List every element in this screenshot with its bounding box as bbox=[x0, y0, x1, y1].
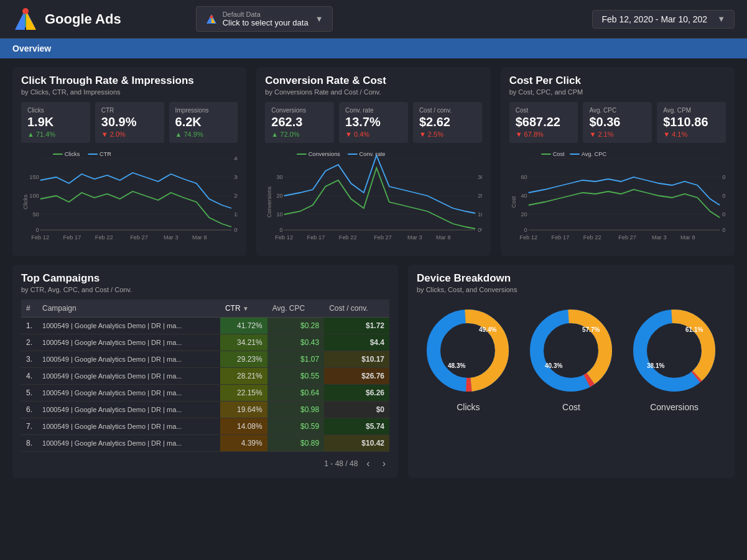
ctr-metric-cards: Clicks 1.9K ▲ 71.4% CTR 30.9% ▼ 2.0% Imp… bbox=[21, 102, 238, 143]
clicks-card: Clicks 1.9K ▲ 71.4% bbox=[21, 102, 90, 143]
conv-chart-svg: 0 10 20 30 0% 10% 20% 30% Feb 12 Feb 17 … bbox=[265, 149, 481, 249]
campaign-cost-conv: $0 bbox=[324, 402, 389, 418]
cost-card: Cost $687.22 ▼ 67.8% bbox=[509, 102, 578, 143]
col-campaign[interactable]: Campaign bbox=[37, 300, 220, 318]
conv-section-subtitle: by Conversions Rate and Cost / Conv. bbox=[265, 88, 481, 96]
clicks-donut-chart: 48.3% 49.4% bbox=[423, 306, 513, 396]
svg-text:Avg. CPC: Avg. CPC bbox=[581, 151, 606, 157]
col-avg-cpc[interactable]: Avg. CPC bbox=[267, 300, 324, 318]
cpc-chart-svg: 0 20 40 60 0 0.2 0.4 0.6 Feb 12 Feb 17 F… bbox=[509, 149, 726, 249]
impressions-value: 6.2K bbox=[175, 115, 232, 129]
logo-area: Google Ads bbox=[12, 6, 121, 32]
table-row[interactable]: 6. 1000549 | Google Analytics Demo | DR … bbox=[21, 402, 389, 418]
svg-text:Mar 8: Mar 8 bbox=[192, 234, 207, 241]
conversions-card: Conversions 262.3 ▲ 72.0% bbox=[265, 102, 334, 143]
ctr-value: 30.9% bbox=[101, 115, 158, 129]
campaigns-body: 1. 1000549 | Google Analytics Demo | DR … bbox=[21, 318, 389, 452]
campaign-avg-cpc: $0.55 bbox=[267, 368, 324, 385]
campaign-cost-conv: $6.26 bbox=[324, 385, 389, 402]
svg-text:10%: 10% bbox=[234, 211, 238, 218]
cost-donut-chart: 40.3% 57.7% bbox=[526, 306, 616, 396]
date-range-arrow-icon: ▼ bbox=[717, 14, 725, 24]
svg-text:Mar 3: Mar 3 bbox=[407, 234, 422, 241]
avg-cpc-label: Avg. CPC bbox=[589, 107, 646, 114]
campaign-cost-conv: $26.76 bbox=[324, 368, 389, 385]
campaign-name: 1000549 | Google Analytics Demo | DR | m… bbox=[37, 418, 220, 435]
svg-text:Conv. rate: Conv. rate bbox=[360, 151, 386, 157]
campaign-cost-conv: $5.74 bbox=[324, 418, 389, 435]
ctr-change: ▼ 2.0% bbox=[101, 131, 158, 138]
table-header-row: # Campaign CTR ▼ Avg. CPC Cost / conv. bbox=[21, 300, 389, 318]
svg-text:Cost: Cost bbox=[511, 196, 517, 208]
header: Google Ads Default Data Click to select … bbox=[0, 0, 747, 39]
campaign-avg-cpc: $0.43 bbox=[267, 334, 324, 351]
campaign-avg-cpc: $0.64 bbox=[267, 385, 324, 402]
campaign-name: 1000549 | Google Analytics Demo | DR | m… bbox=[37, 385, 220, 402]
campaigns-title: Top Campaigns bbox=[21, 272, 389, 285]
svg-text:0: 0 bbox=[36, 227, 39, 233]
campaign-avg-cpc: $0.59 bbox=[267, 418, 324, 435]
svg-text:0: 0 bbox=[524, 227, 527, 233]
ctr-impressions-section: Click Through Rate & Impressions by Clic… bbox=[12, 67, 246, 256]
cost-donut-label: Cost bbox=[562, 402, 580, 412]
svg-text:38.1%: 38.1% bbox=[647, 362, 664, 369]
prev-page-button[interactable]: ‹ bbox=[363, 457, 373, 470]
svg-text:Clicks: Clicks bbox=[65, 151, 80, 157]
impressions-card: Impressions 6.2K ▲ 74.9% bbox=[169, 102, 238, 143]
svg-text:Feb 12: Feb 12 bbox=[31, 234, 49, 241]
conv-rate-label: Conv. rate bbox=[345, 107, 402, 114]
svg-text:Conversions: Conversions bbox=[309, 151, 341, 157]
table-row[interactable]: 3. 1000549 | Google Analytics Demo | DR … bbox=[21, 351, 389, 368]
svg-text:Mar 3: Mar 3 bbox=[652, 234, 667, 241]
campaigns-subtitle: by CTR, Avg. CPC, and Cost / Conv. bbox=[21, 286, 389, 293]
data-selector-label: Default Data bbox=[223, 11, 309, 18]
ctr-section-subtitle: by Clicks, CTR, and Impressions bbox=[21, 88, 238, 96]
campaign-name: 1000549 | Google Analytics Demo | DR | m… bbox=[37, 402, 220, 418]
overview-bar: Overview bbox=[0, 39, 747, 58]
svg-text:40.3%: 40.3% bbox=[545, 362, 562, 369]
svg-text:30%: 30% bbox=[478, 174, 482, 180]
table-row[interactable]: 7. 1000549 | Google Analytics Demo | DR … bbox=[21, 418, 389, 435]
svg-text:30%: 30% bbox=[234, 174, 238, 180]
table-row[interactable]: 8. 1000549 | Google Analytics Demo | DR … bbox=[21, 435, 389, 452]
table-row[interactable]: 4. 1000549 | Google Analytics Demo | DR … bbox=[21, 368, 389, 385]
next-page-button[interactable]: › bbox=[379, 457, 389, 470]
clicks-donut-label: Clicks bbox=[457, 402, 480, 412]
col-ctr[interactable]: CTR ▼ bbox=[220, 300, 267, 318]
sort-arrow-icon: ▼ bbox=[243, 305, 249, 312]
svg-text:49.4%: 49.4% bbox=[479, 326, 496, 333]
metrics-row: Click Through Rate & Impressions by Clic… bbox=[12, 67, 735, 256]
svg-text:Feb 12: Feb 12 bbox=[276, 234, 294, 241]
svg-text:100: 100 bbox=[29, 193, 39, 199]
svg-text:150: 150 bbox=[29, 174, 39, 180]
data-selector-text: Default Data Click to select your data bbox=[223, 11, 309, 27]
col-cost-conv[interactable]: Cost / conv. bbox=[324, 300, 389, 318]
svg-text:30: 30 bbox=[277, 174, 283, 180]
date-range-selector[interactable]: Feb 12, 2020 - Mar 10, 202 ▼ bbox=[592, 10, 735, 29]
conv-section-title: Conversion Rate & Cost bbox=[265, 75, 481, 87]
svg-text:Mar 8: Mar 8 bbox=[436, 234, 451, 241]
conversions-donut-label: Conversions bbox=[650, 402, 698, 412]
svg-text:0%: 0% bbox=[478, 227, 482, 233]
table-row[interactable]: 5. 1000549 | Google Analytics Demo | DR … bbox=[21, 385, 389, 402]
campaign-name: 1000549 | Google Analytics Demo | DR | m… bbox=[37, 318, 220, 334]
conv-rate-change: ▼ 0.4% bbox=[345, 131, 402, 138]
campaigns-table: # Campaign CTR ▼ Avg. CPC Cost / conv. 1… bbox=[21, 300, 389, 452]
campaign-ctr: 34.21% bbox=[220, 334, 267, 351]
table-row[interactable]: 2. 1000549 | Google Analytics Demo | DR … bbox=[21, 334, 389, 351]
row-num: 7. bbox=[21, 418, 37, 435]
campaign-avg-cpc: $0.98 bbox=[267, 402, 324, 418]
conversions-donut-item: 38.1% 61.1% Conversions bbox=[629, 306, 720, 412]
campaign-cost-conv: $1.72 bbox=[324, 318, 389, 334]
overview-tab[interactable]: Overview bbox=[12, 44, 51, 53]
svg-text:Feb 27: Feb 27 bbox=[618, 234, 636, 241]
svg-text:60: 60 bbox=[521, 174, 527, 180]
table-row[interactable]: 1. 1000549 | Google Analytics Demo | DR … bbox=[21, 318, 389, 334]
conv-chart: 0 10 20 30 0% 10% 20% 30% Feb 12 Feb 17 … bbox=[265, 149, 481, 249]
svg-text:61.1%: 61.1% bbox=[685, 326, 703, 333]
avg-cpm-card: Avg. CPM $110.86 ▼ 4.1% bbox=[657, 102, 726, 143]
dropdown-arrow-icon: ▼ bbox=[315, 14, 323, 24]
data-selector[interactable]: Default Data Click to select your data ▼ bbox=[196, 6, 333, 32]
pagination: 1 - 48 / 48 ‹ › bbox=[21, 452, 389, 470]
row-num: 2. bbox=[21, 334, 37, 351]
